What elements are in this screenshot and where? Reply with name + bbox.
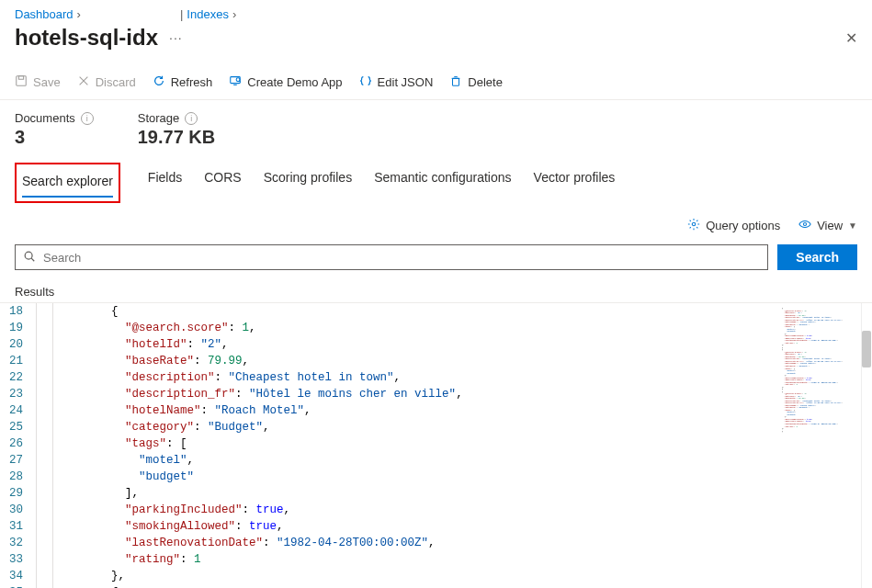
breadcrumb-pipe: |: [180, 7, 183, 21]
delete-icon: [449, 74, 462, 90]
view-button[interactable]: View ▼: [798, 218, 857, 233]
chevron-right-icon: ›: [232, 7, 236, 21]
info-icon[interactable]: i: [81, 112, 94, 125]
discard-button[interactable]: Discard: [77, 74, 136, 90]
refresh-label: Refresh: [171, 75, 213, 89]
more-menu-icon[interactable]: ···: [169, 30, 183, 45]
search-row: Search: [0, 241, 872, 281]
create-demo-button[interactable]: Create Demo App: [229, 74, 342, 90]
storage-label: Storage: [138, 111, 180, 125]
svg-rect-8: [453, 78, 459, 85]
svg-rect-1: [18, 76, 23, 80]
discard-icon: [77, 74, 90, 90]
tab-bar: Search explorer Fields CORS Scoring prof…: [0, 163, 872, 203]
tab-scoring[interactable]: Scoring profiles: [264, 163, 353, 203]
edit-json-button[interactable]: Edit JSON: [359, 74, 434, 90]
delete-label: Delete: [468, 75, 503, 89]
tab-fields[interactable]: Fields: [148, 163, 182, 203]
results-code[interactable]: { "@search.score": 1, "hotelId": "2", "b…: [53, 303, 771, 588]
stat-storage: Storage i 19.77 KB: [138, 111, 216, 148]
toolbar: Save Discard Refresh Create Demo App Edi…: [0, 65, 872, 100]
search-input[interactable]: [43, 251, 760, 265]
query-options-button[interactable]: Query options: [687, 218, 780, 233]
gear-icon: [687, 218, 700, 233]
eye-icon: [798, 218, 811, 233]
svg-rect-0: [17, 76, 27, 86]
discard-label: Discard: [96, 75, 136, 89]
breadcrumb: Dashboard › | Indexes ›: [0, 0, 872, 25]
create-demo-icon: [229, 74, 242, 90]
documents-label: Documents: [15, 111, 75, 125]
page-header: hotels-sql-idx ··· ✕: [0, 25, 872, 65]
stats-row: Documents i 3 Storage i 19.77 KB: [0, 100, 872, 163]
chevron-right-icon: ›: [77, 7, 81, 21]
tab-semantic[interactable]: Semantic configurations: [374, 163, 511, 203]
save-label: Save: [33, 75, 61, 89]
line-gutter: 181920212223242526272829303132333435: [0, 303, 37, 588]
minimap[interactable]: { "@search.score": 1, "hotelId": "2", "b…: [771, 303, 872, 588]
page-title: hotels-sql-idx: [15, 25, 158, 51]
breadcrumb-dashboard[interactable]: Dashboard: [15, 7, 74, 21]
refresh-icon: [153, 74, 165, 90]
view-options-row: Query options View ▼: [0, 203, 872, 241]
edit-json-label: Edit JSON: [378, 75, 434, 89]
fold-gutter: [37, 303, 53, 588]
svg-point-11: [692, 222, 696, 226]
tab-search-explorer[interactable]: Search explorer: [22, 166, 113, 198]
results-label: Results: [0, 281, 872, 302]
documents-value: 3: [15, 127, 94, 148]
edit-json-icon: [359, 74, 372, 90]
tutorial-highlight: Search explorer: [15, 163, 120, 203]
results-editor: 181920212223242526272829303132333435 { "…: [0, 302, 872, 588]
svg-point-13: [25, 252, 32, 259]
view-label: View: [817, 219, 843, 232]
svg-line-14: [31, 258, 34, 261]
search-icon: [23, 250, 36, 266]
refresh-button[interactable]: Refresh: [153, 74, 213, 90]
info-icon[interactable]: i: [185, 112, 198, 125]
minimap-scrollbar[interactable]: [861, 303, 872, 588]
tab-cors[interactable]: CORS: [204, 163, 241, 203]
scrollbar-thumb[interactable]: [862, 331, 871, 368]
search-box[interactable]: [15, 244, 768, 270]
search-button[interactable]: Search: [777, 244, 857, 270]
breadcrumb-indexes[interactable]: Indexes: [187, 7, 229, 21]
storage-value: 19.77 KB: [138, 127, 216, 148]
create-demo-label: Create Demo App: [247, 75, 342, 89]
close-icon[interactable]: ✕: [845, 29, 857, 47]
save-icon: [15, 74, 28, 90]
delete-button[interactable]: Delete: [449, 74, 503, 90]
svg-point-12: [804, 222, 807, 225]
query-options-label: Query options: [706, 219, 780, 232]
chevron-down-icon: ▼: [848, 220, 857, 231]
tab-vector[interactable]: Vector profiles: [534, 163, 616, 203]
save-button[interactable]: Save: [15, 74, 61, 90]
stat-documents: Documents i 3: [15, 111, 94, 148]
